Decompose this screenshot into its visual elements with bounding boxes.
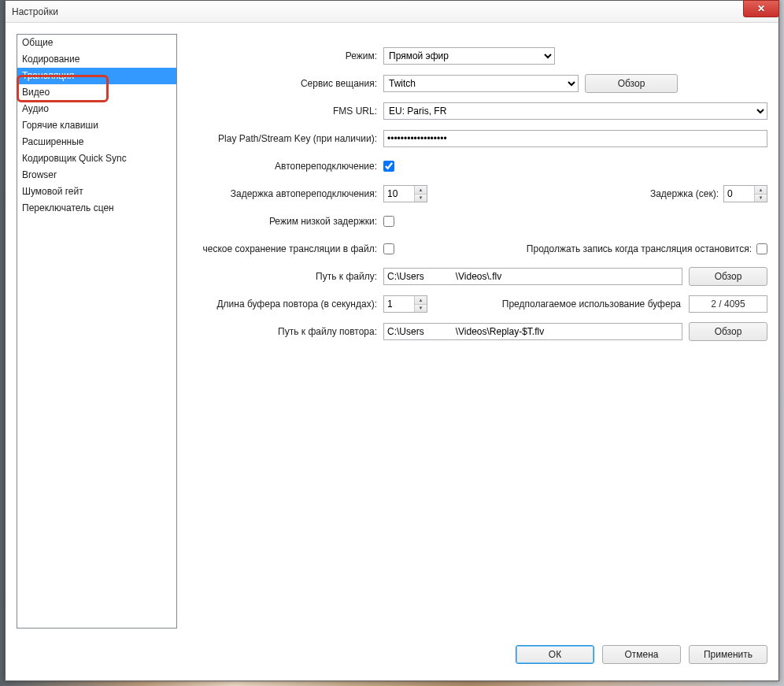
file-path-input[interactable] <box>383 268 682 285</box>
service-label: Сервис вещания: <box>187 78 383 89</box>
replay-buffer-spinner[interactable]: ▲ ▼ <box>383 295 427 313</box>
cancel-button[interactable]: Отмена <box>602 645 681 664</box>
continue-record-checkbox[interactable] <box>756 243 767 254</box>
reconnect-delay-label: Задержка автопереподключения: <box>187 188 383 199</box>
window-title: Настройки <box>6 6 58 17</box>
form-content: Режим: Прямой эфир Сервис вещания: Twitc… <box>187 34 767 629</box>
titlebar: Настройки ✕ <box>6 1 778 23</box>
low-latency-label: Режим низкой задержки: <box>187 216 383 227</box>
save-to-file-label: ческое сохранение трансляции в файл: <box>187 243 383 254</box>
spinner-down-icon[interactable]: ▼ <box>415 305 427 313</box>
sidebar-item-sceneswitcher[interactable]: Переключатель сцен <box>17 200 176 217</box>
sidebar-item-quicksync[interactable]: Кодировщик Quick Sync <box>17 150 176 167</box>
reconnect-delay-input[interactable] <box>384 186 414 202</box>
spinner-down-icon[interactable]: ▼ <box>755 195 767 202</box>
spinner-down-icon[interactable]: ▼ <box>415 195 427 202</box>
close-button[interactable]: ✕ <box>743 0 779 17</box>
reconnect-delay-spinner[interactable]: ▲ ▼ <box>383 185 427 202</box>
ok-button[interactable]: ОК <box>516 645 594 664</box>
mode-label: Режим: <box>187 50 383 61</box>
autoreconnect-label: Автопереподключение: <box>187 161 383 172</box>
settings-window: Настройки ✕ Общие Кодирование Трансляция… <box>5 0 779 681</box>
file-path-label: Путь к файлу: <box>187 271 383 282</box>
replay-path-browse-button[interactable]: Обзор <box>689 322 767 341</box>
buffer-usage-value: 2 / 4095 <box>689 295 767 313</box>
service-browse-button[interactable]: Обзор <box>585 74 678 93</box>
delay-sec-spinner[interactable]: ▲ ▼ <box>723 185 767 202</box>
client-area: Общие Кодирование Трансляция Видео Аудио… <box>6 23 778 640</box>
fms-label: FMS URL: <box>187 106 383 117</box>
streamkey-input[interactable] <box>383 130 767 147</box>
low-latency-checkbox[interactable] <box>383 216 394 227</box>
sidebar-item-advanced[interactable]: Расширенные <box>17 134 176 150</box>
save-to-file-checkbox[interactable] <box>383 243 394 254</box>
fms-select[interactable]: EU: Paris, FR <box>383 102 767 120</box>
file-path-browse-button[interactable]: Обзор <box>689 267 767 286</box>
delay-sec-input[interactable] <box>724 186 754 202</box>
streamkey-label: Play Path/Stream Key (при наличии): <box>187 133 383 144</box>
sidebar-item-audio[interactable]: Аудио <box>17 101 176 117</box>
sidebar-item-noisegate[interactable]: Шумовой гейт <box>17 184 176 200</box>
spinner-up-icon[interactable]: ▲ <box>755 186 767 195</box>
sidebar-item-general[interactable]: Общие <box>17 35 176 51</box>
sidebar-item-hotkeys[interactable]: Горячие клавиши <box>17 117 176 134</box>
mode-select[interactable]: Прямой эфир <box>383 47 555 65</box>
service-select[interactable]: Twitch <box>383 75 579 92</box>
apply-button[interactable]: Применить <box>689 645 767 664</box>
replay-path-input[interactable] <box>383 323 682 340</box>
close-icon: ✕ <box>757 3 765 14</box>
delay-sec-label: Задержка (сек): <box>650 188 719 199</box>
dialog-footer: ОК Отмена Применить <box>6 640 778 680</box>
replay-path-label: Путь к файлу повтора: <box>187 326 383 337</box>
replay-buffer-label: Длина буфера повтора (в секундах): <box>187 299 383 310</box>
spinner-up-icon[interactable]: ▲ <box>415 186 427 195</box>
replay-buffer-input[interactable] <box>384 296 414 312</box>
buffer-usage-label: Предполагаемое использование буфера <box>502 299 681 310</box>
category-sidebar[interactable]: Общие Кодирование Трансляция Видео Аудио… <box>17 34 177 629</box>
sidebar-item-browser[interactable]: Browser <box>17 167 176 184</box>
continue-record-label: Продолжать запись когда трансляция остан… <box>527 243 752 254</box>
sidebar-item-broadcast[interactable]: Трансляция <box>17 68 176 84</box>
autoreconnect-checkbox[interactable] <box>383 161 394 172</box>
spinner-up-icon[interactable]: ▲ <box>415 296 427 305</box>
sidebar-item-video[interactable]: Видео <box>17 84 176 101</box>
sidebar-item-encoding[interactable]: Кодирование <box>17 51 176 68</box>
